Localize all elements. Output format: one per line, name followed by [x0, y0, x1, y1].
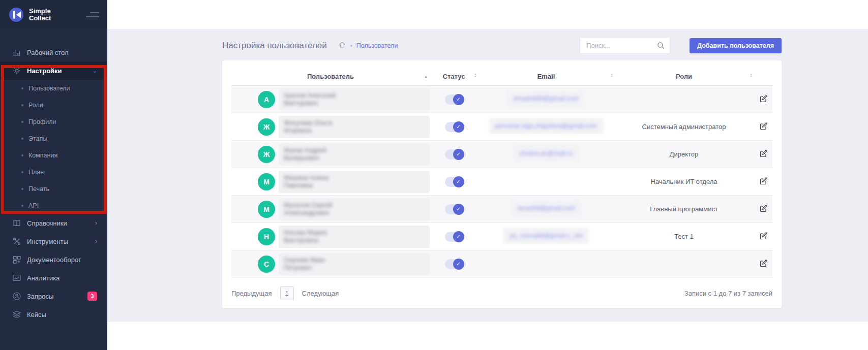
page-header: Настройка пользователей Пользователи Доб…	[222, 37, 782, 54]
column-header-roles[interactable]: Роли▲▼	[614, 73, 754, 80]
add-user-button[interactable]: Добавить пользователя	[690, 38, 782, 53]
actions-cell	[754, 175, 772, 188]
analytics-chart-icon	[12, 273, 21, 282]
sidebar-item-dashboard[interactable]: Рабочий стол	[0, 43, 107, 61]
pagination-previous[interactable]: Предыдущая	[231, 290, 272, 297]
chevron-right-icon: ›	[95, 238, 97, 245]
actions-cell	[754, 258, 772, 270]
email-cell: zhukov.av@mail.ru	[478, 145, 614, 164]
bottom-spacer	[107, 322, 868, 350]
check-icon: ✓	[453, 121, 464, 133]
avatar: С	[258, 256, 275, 273]
column-header-email[interactable]: Email▲▼	[478, 73, 614, 80]
breadcrumb: Пользователи	[338, 41, 398, 51]
submenu-item-print[interactable]: Печать	[0, 180, 107, 197]
actions-cell	[754, 148, 772, 161]
table-footer: Предыдущая 1 Следующая Записи с 1 до 7 и…	[231, 286, 772, 300]
edit-user-button[interactable]	[758, 148, 769, 161]
role-cell: Директор	[614, 150, 754, 158]
actions-cell	[754, 203, 772, 215]
book-icon	[12, 218, 21, 228]
sidebar-item-cases[interactable]: Кейсы	[0, 305, 107, 324]
email-blurred: bmadok89@gmail.com	[507, 90, 585, 107]
status-toggle[interactable]: ✓	[445, 232, 463, 242]
sidebar-menu: Рабочий стол Настройки ⌄ Пользователи Ро…	[0, 29, 107, 324]
user-name-blurred: Жуков АндрейВалерьевич	[279, 143, 430, 166]
topbar	[107, 0, 868, 29]
status-toggle[interactable]: ✓	[445, 204, 463, 214]
status-cell: ✓	[430, 232, 478, 242]
avatar: М	[258, 201, 275, 218]
status-cell: ✓	[430, 122, 478, 132]
pagination-next[interactable]: Следующая	[302, 290, 339, 297]
table-row: С Сергеев ИванПетрович ✓	[231, 250, 772, 278]
sidebar-item-document-flow[interactable]: Документооборот	[0, 250, 107, 269]
table-row: Ж Жуков АндрейВалерьевич ✓ zhukov.av@mai…	[231, 141, 772, 168]
header-actions: Добавить пользователя	[580, 37, 782, 54]
search-icon[interactable]	[656, 41, 665, 52]
submenu-item-company[interactable]: Компания	[0, 147, 107, 164]
sort-icon: ▲▼	[474, 73, 477, 78]
bullet-icon	[21, 138, 23, 140]
user-name-blurred: Мишина АленаПавловна	[279, 171, 430, 193]
role-cell: Начальник ИТ отдела	[614, 178, 754, 185]
user-name-blurred: Жигулева ОльгаИгоревна	[279, 116, 430, 138]
user-name-blurred: Аралов АнатолийВикторович	[279, 88, 430, 111]
status-toggle[interactable]: ✓	[445, 177, 463, 187]
home-icon[interactable]	[338, 41, 346, 51]
pagination-page-1[interactable]: 1	[280, 286, 294, 300]
sidebar-item-analytics[interactable]: Аналитика	[0, 269, 107, 287]
submenu-item-api[interactable]: API	[0, 197, 107, 214]
email-blurred: ya_nosva88@gmail.c_om	[503, 228, 589, 244]
edit-user-button[interactable]	[758, 120, 769, 133]
status-toggle[interactable]: ✓	[445, 122, 463, 132]
submenu-item-profiles[interactable]: Профили	[0, 113, 107, 130]
email-cell	[478, 260, 614, 269]
column-header-user[interactable]: Пользователь▲	[231, 73, 430, 80]
sidebar-item-settings[interactable]: Настройки ⌄	[0, 61, 107, 80]
sidebar: Simple Collect Рабочий стол Настройки ⌄ …	[0, 0, 107, 350]
bullet-icon	[21, 154, 23, 156]
actions-cell	[754, 230, 772, 243]
chevron-down-icon: ⌄	[93, 68, 97, 74]
submenu-item-plan[interactable]: План	[0, 164, 107, 180]
email-blurred: personal.olga.zhiguleva@gmail.com	[489, 118, 604, 134]
tools-icon	[12, 237, 21, 246]
user-name-blurred: Сергеев ИванПетрович	[279, 253, 430, 275]
edit-user-button[interactable]	[758, 203, 769, 215]
status-toggle[interactable]: ✓	[445, 94, 463, 105]
submenu-item-roles[interactable]: Роли	[0, 97, 107, 113]
role-cell: Системный администратор	[614, 123, 754, 131]
submenu-item-users[interactable]: Пользователи	[0, 80, 107, 97]
check-icon: ✓	[453, 149, 464, 160]
check-icon: ✓	[453, 231, 464, 242]
status-cell: ✓	[430, 177, 478, 187]
user-cell: Н Носова МарияВикторовна	[231, 226, 430, 248]
check-icon: ✓	[453, 94, 464, 105]
table-row: М Мухалов СергейАлександрович ✓ serash8@…	[231, 196, 772, 223]
edit-user-button[interactable]	[758, 175, 769, 188]
sidebar-item-tools[interactable]: Инструменты ›	[0, 232, 107, 250]
settings-submenu: Пользователи Роли Профили Этапы Компания…	[0, 80, 107, 214]
status-toggle[interactable]: ✓	[445, 259, 463, 269]
user-cell: М Мишина АленаПавловна	[231, 171, 430, 193]
bullet-icon	[21, 87, 23, 89]
content-area: Настройка пользователей Пользователи Доб…	[107, 29, 868, 322]
edit-user-button[interactable]	[758, 258, 769, 270]
breadcrumb-link-users[interactable]: Пользователи	[356, 42, 398, 49]
sidebar-toggle-icon[interactable]	[85, 12, 99, 17]
sidebar-item-directories[interactable]: Справочники ›	[0, 214, 107, 232]
column-header-status[interactable]: Статус▲▼	[430, 73, 478, 80]
bullet-icon	[21, 121, 23, 123]
edit-user-button[interactable]	[758, 93, 769, 106]
status-cell: ✓	[430, 204, 478, 214]
check-icon: ✓	[453, 259, 464, 270]
submenu-item-stages[interactable]: Этапы	[0, 130, 107, 147]
edit-user-button[interactable]	[758, 230, 769, 243]
bullet-icon	[21, 104, 23, 106]
status-cell: ✓	[430, 259, 478, 269]
status-toggle[interactable]: ✓	[445, 149, 463, 160]
user-cell: С Сергеев ИванПетрович	[231, 253, 430, 275]
email-blurred: zhukov.av@mail.ru	[513, 145, 579, 162]
sidebar-item-requests[interactable]: Запросы 3	[0, 287, 107, 305]
